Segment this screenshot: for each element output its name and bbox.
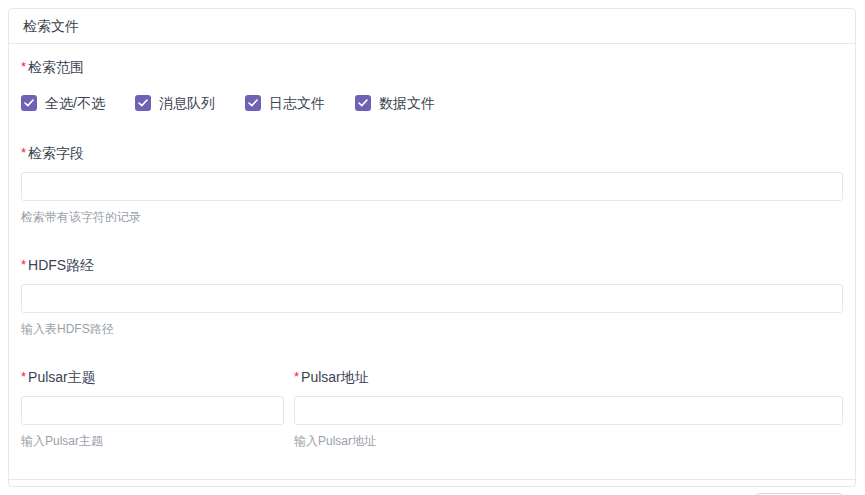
required-asterisk: * <box>21 257 26 272</box>
pulsar-topic-label: *Pulsar主题 <box>21 367 284 387</box>
checkbox-checked-icon[interactable] <box>135 95 151 111</box>
checkbox-label: 日志文件 <box>269 94 325 112</box>
checkbox-label: 全选/不选 <box>45 94 105 112</box>
pulsar-address-helper: 输入Pulsar地址 <box>294 434 843 448</box>
form-item-hdfs-path: *HDFS路经 输入表HDFS路径 <box>21 255 843 336</box>
search-scope-label: *检索范围 <box>21 57 843 77</box>
pulsar-topic-label-text: Pulsar主题 <box>28 369 96 385</box>
checkbox-label: 消息队列 <box>159 94 215 112</box>
pulsar-address-label-text: Pulsar地址 <box>301 369 369 385</box>
card-footer: 提交任务 <box>9 479 855 495</box>
search-scope-checkbox-group: 全选/不选 消息队列 日志文件 数据文件 <box>21 94 843 112</box>
checkbox-select-all[interactable]: 全选/不选 <box>21 94 105 112</box>
checkbox-data-files[interactable]: 数据文件 <box>355 94 435 112</box>
hdfs-path-label-text: HDFS路经 <box>28 257 94 273</box>
form-item-pulsar-topic: *Pulsar主题 输入Pulsar主题 <box>21 367 284 448</box>
pulsar-address-input[interactable] <box>294 396 843 425</box>
checkbox-message-queue[interactable]: 消息队列 <box>135 94 215 112</box>
form-item-pulsar-row: *Pulsar主题 输入Pulsar主题 *Pulsar地址 输入Pulsar地… <box>21 367 843 448</box>
pulsar-topic-input[interactable] <box>21 396 284 425</box>
pulsar-address-label: *Pulsar地址 <box>294 367 843 387</box>
search-scope-label-text: 检索范围 <box>28 59 84 75</box>
required-asterisk: * <box>21 59 26 74</box>
form-item-search-field: *检索字段 检索带有该字符的记录 <box>21 143 843 224</box>
form-item-search-scope: *检索范围 全选/不选 消息队列 日志文件 数据文件 <box>21 57 843 112</box>
search-field-helper: 检索带有该字符的记录 <box>21 210 843 224</box>
search-field-input[interactable] <box>21 172 843 201</box>
form-item-pulsar-address: *Pulsar地址 输入Pulsar地址 <box>294 367 843 448</box>
required-asterisk: * <box>21 145 26 160</box>
checkbox-log-files[interactable]: 日志文件 <box>245 94 325 112</box>
search-files-card: 检索文件 *检索范围 全选/不选 消息队列 日志文件 <box>8 8 856 487</box>
hdfs-path-label: *HDFS路经 <box>21 255 843 275</box>
card-title: 检索文件 <box>9 9 855 44</box>
pulsar-topic-helper: 输入Pulsar主题 <box>21 434 284 448</box>
search-field-label: *检索字段 <box>21 143 843 163</box>
checkbox-label: 数据文件 <box>379 94 435 112</box>
required-asterisk: * <box>21 369 26 384</box>
checkbox-checked-icon[interactable] <box>21 95 37 111</box>
required-asterisk: * <box>294 369 299 384</box>
checkbox-checked-icon[interactable] <box>245 95 261 111</box>
checkbox-checked-icon[interactable] <box>355 95 371 111</box>
search-field-label-text: 检索字段 <box>28 145 84 161</box>
hdfs-path-helper: 输入表HDFS路径 <box>21 322 843 336</box>
search-files-form: *检索范围 全选/不选 消息队列 日志文件 数据文件 <box>9 44 855 479</box>
hdfs-path-input[interactable] <box>21 284 843 313</box>
